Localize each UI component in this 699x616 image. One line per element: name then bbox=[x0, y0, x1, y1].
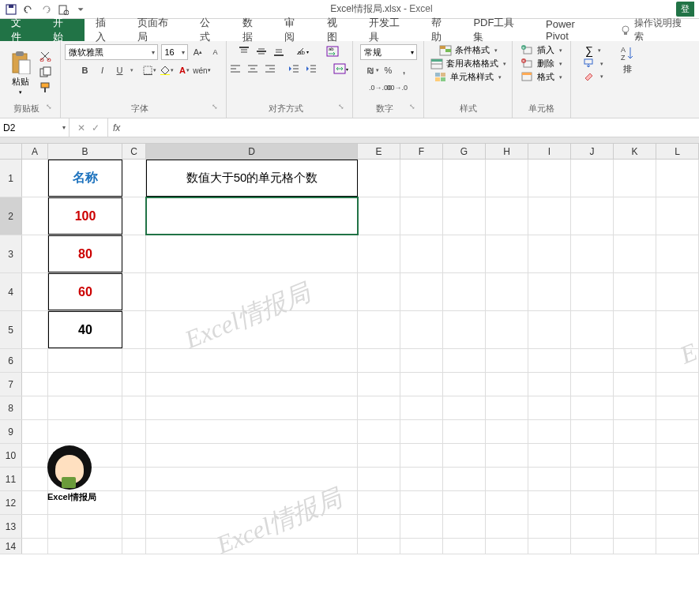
col-header-I[interactable]: I bbox=[528, 144, 571, 159]
cell-G14[interactable] bbox=[443, 539, 486, 554]
row-header-7[interactable]: 7 bbox=[0, 373, 22, 396]
cell-J14[interactable] bbox=[571, 539, 614, 554]
cell-J5[interactable] bbox=[571, 311, 614, 348]
row-header-13[interactable]: 13 bbox=[0, 515, 22, 538]
tell-me[interactable]: 操作说明搜索 bbox=[611, 19, 699, 41]
cell-H7[interactable] bbox=[486, 373, 528, 396]
row-header-12[interactable]: 12 bbox=[0, 491, 22, 514]
cell-H5[interactable] bbox=[486, 311, 528, 348]
cell-D9[interactable] bbox=[146, 420, 358, 443]
cell-D2[interactable] bbox=[146, 197, 358, 235]
cell-F14[interactable] bbox=[400, 539, 443, 554]
format-painter-icon[interactable] bbox=[39, 82, 54, 95]
cell-E8[interactable] bbox=[358, 396, 400, 419]
cell-E11[interactable] bbox=[358, 468, 400, 490]
cell-K1[interactable] bbox=[614, 160, 656, 197]
tab-help[interactable]: 帮助 bbox=[420, 19, 462, 41]
cell-L2[interactable] bbox=[656, 197, 699, 235]
cell-B13[interactable] bbox=[48, 515, 122, 538]
table-format-button[interactable]: 套用表格格式 bbox=[430, 58, 506, 69]
decrease-font-icon[interactable]: A bbox=[209, 45, 223, 59]
percent-icon[interactable]: % bbox=[381, 63, 396, 77]
tab-review[interactable]: 审阅 bbox=[273, 19, 315, 41]
cell-G12[interactable] bbox=[443, 491, 486, 514]
decrease-indent-icon[interactable] bbox=[286, 62, 302, 76]
cell-D5[interactable] bbox=[146, 311, 358, 348]
cell-K10[interactable] bbox=[614, 444, 656, 467]
italic-button[interactable]: I bbox=[96, 63, 110, 77]
cell-D1[interactable]: 数值大于50的单元格个数 bbox=[146, 160, 358, 197]
cell-D14[interactable] bbox=[146, 539, 358, 554]
cell-I1[interactable] bbox=[528, 160, 571, 197]
cell-E7[interactable] bbox=[358, 373, 400, 396]
orientation-icon[interactable]: ab▾ bbox=[295, 44, 310, 58]
clear-button[interactable] bbox=[583, 71, 603, 82]
cell-H3[interactable] bbox=[486, 235, 528, 272]
number-dialog-icon[interactable]: ⤡ bbox=[409, 103, 415, 111]
cell-J8[interactable] bbox=[571, 396, 614, 419]
cell-K4[interactable] bbox=[614, 273, 656, 310]
paste-button[interactable]: 粘贴 ▾ bbox=[6, 51, 35, 96]
redo-icon[interactable] bbox=[39, 3, 52, 16]
cell-I8[interactable] bbox=[528, 396, 571, 419]
cell-J3[interactable] bbox=[571, 235, 614, 272]
cell-F5[interactable] bbox=[400, 311, 443, 348]
cell-E4[interactable] bbox=[358, 273, 400, 310]
cell-F10[interactable] bbox=[400, 444, 443, 467]
cell-E10[interactable] bbox=[358, 444, 400, 467]
cut-icon[interactable] bbox=[39, 51, 54, 63]
underline-button[interactable]: U bbox=[113, 63, 127, 77]
cell-G3[interactable] bbox=[443, 235, 486, 272]
cell-F2[interactable] bbox=[400, 197, 443, 235]
cell-L3[interactable] bbox=[656, 235, 699, 272]
cell-I5[interactable] bbox=[528, 311, 571, 348]
cell-K12[interactable] bbox=[614, 491, 656, 514]
cell-D3[interactable] bbox=[146, 235, 358, 272]
cell-K14[interactable] bbox=[614, 539, 656, 554]
cell-I4[interactable] bbox=[528, 273, 571, 310]
col-header-E[interactable]: E bbox=[358, 144, 400, 159]
cell-H14[interactable] bbox=[486, 539, 528, 554]
cell-G9[interactable] bbox=[443, 420, 486, 443]
align-center-icon[interactable] bbox=[245, 62, 261, 76]
cell-A5[interactable] bbox=[22, 311, 48, 348]
cell-F1[interactable] bbox=[400, 160, 443, 197]
copy-icon[interactable] bbox=[39, 66, 54, 79]
number-format-select[interactable]: 常规 bbox=[360, 44, 417, 60]
merge-center-icon[interactable]: ▾ bbox=[330, 62, 352, 76]
fill-color-button[interactable] bbox=[160, 63, 175, 77]
row-header-5[interactable]: 5 bbox=[0, 311, 22, 348]
font-color-button[interactable]: A bbox=[178, 63, 192, 77]
cell-G10[interactable] bbox=[443, 444, 486, 467]
cell-K11[interactable] bbox=[614, 468, 656, 490]
cell-E3[interactable] bbox=[358, 235, 400, 272]
cell-K6[interactable] bbox=[614, 349, 656, 372]
cell-L8[interactable] bbox=[656, 396, 699, 419]
row-header-4[interactable]: 4 bbox=[0, 273, 22, 310]
align-bottom-icon[interactable] bbox=[271, 44, 287, 58]
cell-I9[interactable] bbox=[528, 420, 571, 443]
cell-A9[interactable] bbox=[22, 420, 48, 443]
cell-I11[interactable] bbox=[528, 468, 571, 490]
qat-dropdown-icon[interactable]: ⏷ bbox=[74, 3, 87, 16]
cell-F11[interactable] bbox=[400, 468, 443, 490]
delete-cells-button[interactable]: ×删除 bbox=[521, 58, 562, 69]
row-header-14[interactable]: 14 bbox=[0, 539, 22, 554]
cell-C13[interactable] bbox=[122, 515, 146, 538]
cell-A13[interactable] bbox=[22, 515, 48, 538]
col-header-H[interactable]: H bbox=[486, 144, 528, 159]
increase-indent-icon[interactable] bbox=[303, 62, 319, 76]
cell-C1[interactable] bbox=[122, 160, 146, 197]
cell-H11[interactable] bbox=[486, 468, 528, 490]
align-middle-icon[interactable] bbox=[254, 44, 269, 58]
cell-J6[interactable] bbox=[571, 349, 614, 372]
cell-G5[interactable] bbox=[443, 311, 486, 348]
cell-E9[interactable] bbox=[358, 420, 400, 443]
cell-E14[interactable] bbox=[358, 539, 400, 554]
cell-B1[interactable]: 名称 bbox=[48, 160, 122, 197]
cell-A12[interactable] bbox=[22, 491, 48, 514]
cell-A7[interactable] bbox=[22, 373, 48, 396]
cell-A14[interactable] bbox=[22, 539, 48, 554]
cell-A1[interactable] bbox=[22, 160, 48, 197]
cell-L10[interactable] bbox=[656, 444, 699, 467]
